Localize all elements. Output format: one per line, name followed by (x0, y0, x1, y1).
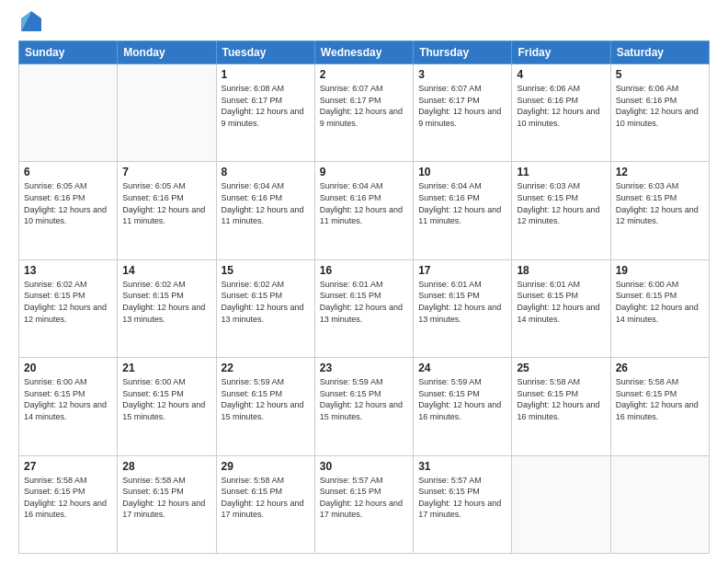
calendar-cell: 4Sunrise: 6:06 AM Sunset: 6:16 PM Daylig… (512, 64, 610, 162)
calendar-cell: 28Sunrise: 5:58 AM Sunset: 6:15 PM Dayli… (118, 455, 216, 553)
calendar-cell: 10Sunrise: 6:04 AM Sunset: 6:16 PM Dayli… (414, 162, 512, 259)
calendar-cell: 23Sunrise: 5:59 AM Sunset: 6:15 PM Dayli… (314, 358, 413, 455)
calendar-cell: 9Sunrise: 6:04 AM Sunset: 6:16 PM Daylig… (314, 162, 413, 259)
day-header-tuesday: Tuesday (216, 41, 314, 64)
day-number: 19 (616, 264, 704, 277)
calendar-cell: 2Sunrise: 6:07 AM Sunset: 6:17 PM Daylig… (314, 64, 413, 162)
day-number: 3 (418, 68, 506, 81)
week-row-4: 27Sunrise: 5:58 AM Sunset: 6:15 PM Dayli… (19, 455, 710, 553)
day-info: Sunrise: 6:04 AM Sunset: 6:16 PM Dayligh… (320, 180, 408, 226)
day-info: Sunrise: 6:06 AM Sunset: 6:16 PM Dayligh… (616, 83, 704, 129)
day-number: 17 (418, 264, 506, 277)
calendar-cell: 21Sunrise: 6:00 AM Sunset: 6:15 PM Dayli… (118, 358, 216, 455)
days-of-week-row: SundayMondayTuesdayWednesdayThursdayFrid… (19, 41, 710, 64)
week-row-0: 1Sunrise: 6:08 AM Sunset: 6:17 PM Daylig… (19, 64, 710, 162)
day-header-saturday: Saturday (610, 41, 709, 64)
day-info: Sunrise: 6:03 AM Sunset: 6:15 PM Dayligh… (517, 180, 605, 226)
calendar-cell: 29Sunrise: 5:58 AM Sunset: 6:15 PM Dayli… (216, 455, 314, 553)
day-number: 9 (320, 166, 408, 178)
day-info: Sunrise: 6:06 AM Sunset: 6:16 PM Dayligh… (517, 83, 605, 129)
day-number: 1 (222, 68, 310, 81)
day-info: Sunrise: 6:02 AM Sunset: 6:15 PM Dayligh… (222, 279, 310, 325)
day-number: 18 (517, 264, 605, 277)
day-info: Sunrise: 6:00 AM Sunset: 6:15 PM Dayligh… (616, 279, 704, 325)
logo (18, 15, 41, 31)
day-number: 8 (222, 166, 310, 178)
day-number: 10 (418, 166, 506, 178)
day-info: Sunrise: 5:57 AM Sunset: 6:15 PM Dayligh… (320, 475, 408, 521)
calendar-cell (512, 455, 610, 553)
calendar-cell: 5Sunrise: 6:06 AM Sunset: 6:16 PM Daylig… (610, 64, 709, 162)
day-info: Sunrise: 5:59 AM Sunset: 6:15 PM Dayligh… (418, 376, 506, 422)
day-info: Sunrise: 6:01 AM Sunset: 6:15 PM Dayligh… (517, 279, 605, 325)
day-info: Sunrise: 6:02 AM Sunset: 6:15 PM Dayligh… (24, 279, 112, 325)
calendar-cell: 19Sunrise: 6:00 AM Sunset: 6:15 PM Dayli… (610, 259, 709, 357)
calendar-cell (610, 455, 709, 553)
day-header-friday: Friday (512, 41, 610, 64)
day-header-wednesday: Wednesday (314, 41, 413, 64)
calendar-cell: 13Sunrise: 6:02 AM Sunset: 6:15 PM Dayli… (19, 259, 118, 357)
day-number: 15 (222, 264, 310, 277)
day-info: Sunrise: 5:58 AM Sunset: 6:15 PM Dayligh… (517, 376, 605, 422)
calendar-cell: 1Sunrise: 6:08 AM Sunset: 6:17 PM Daylig… (216, 64, 314, 162)
calendar-cell: 6Sunrise: 6:05 AM Sunset: 6:16 PM Daylig… (19, 162, 118, 259)
day-number: 23 (320, 362, 408, 374)
day-info: Sunrise: 5:59 AM Sunset: 6:15 PM Dayligh… (222, 376, 310, 422)
calendar-table: SundayMondayTuesdayWednesdayThursdayFrid… (18, 40, 710, 554)
week-row-1: 6Sunrise: 6:05 AM Sunset: 6:16 PM Daylig… (19, 162, 710, 259)
calendar-cell: 20Sunrise: 6:00 AM Sunset: 6:15 PM Dayli… (19, 358, 118, 455)
day-info: Sunrise: 5:57 AM Sunset: 6:15 PM Dayligh… (418, 475, 506, 521)
day-info: Sunrise: 5:58 AM Sunset: 6:15 PM Dayligh… (616, 376, 704, 422)
day-number: 5 (616, 68, 704, 81)
calendar-cell: 17Sunrise: 6:01 AM Sunset: 6:15 PM Dayli… (414, 259, 512, 357)
calendar-cell: 15Sunrise: 6:02 AM Sunset: 6:15 PM Dayli… (216, 259, 314, 357)
calendar-cell (19, 64, 118, 162)
day-info: Sunrise: 6:07 AM Sunset: 6:17 PM Dayligh… (418, 83, 506, 129)
calendar-cell: 18Sunrise: 6:01 AM Sunset: 6:15 PM Dayli… (512, 259, 610, 357)
day-number: 27 (24, 460, 112, 473)
day-info: Sunrise: 6:03 AM Sunset: 6:15 PM Dayligh… (616, 180, 704, 226)
day-number: 7 (122, 166, 210, 178)
calendar-cell (118, 64, 216, 162)
day-number: 30 (320, 460, 408, 473)
calendar-cell: 26Sunrise: 5:58 AM Sunset: 6:15 PM Dayli… (610, 358, 709, 455)
day-number: 2 (320, 68, 408, 81)
day-number: 12 (616, 166, 704, 178)
day-number: 28 (122, 460, 210, 473)
day-number: 20 (24, 362, 112, 374)
day-info: Sunrise: 6:05 AM Sunset: 6:16 PM Dayligh… (24, 180, 112, 226)
day-info: Sunrise: 6:04 AM Sunset: 6:16 PM Dayligh… (418, 180, 506, 226)
day-header-sunday: Sunday (19, 41, 118, 64)
calendar-cell: 3Sunrise: 6:07 AM Sunset: 6:17 PM Daylig… (414, 64, 512, 162)
day-info: Sunrise: 6:05 AM Sunset: 6:16 PM Dayligh… (122, 180, 210, 226)
day-info: Sunrise: 6:01 AM Sunset: 6:15 PM Dayligh… (320, 279, 408, 325)
day-info: Sunrise: 5:58 AM Sunset: 6:15 PM Dayligh… (122, 475, 210, 521)
day-info: Sunrise: 6:04 AM Sunset: 6:16 PM Dayligh… (222, 180, 310, 226)
calendar-cell: 30Sunrise: 5:57 AM Sunset: 6:15 PM Dayli… (314, 455, 413, 553)
calendar-cell: 31Sunrise: 5:57 AM Sunset: 6:15 PM Dayli… (414, 455, 512, 553)
day-info: Sunrise: 6:07 AM Sunset: 6:17 PM Dayligh… (320, 83, 408, 129)
calendar-cell: 16Sunrise: 6:01 AM Sunset: 6:15 PM Dayli… (314, 259, 413, 357)
logo-icon (21, 11, 41, 31)
calendar-cell: 12Sunrise: 6:03 AM Sunset: 6:15 PM Dayli… (610, 162, 709, 259)
day-info: Sunrise: 5:59 AM Sunset: 6:15 PM Dayligh… (320, 376, 408, 422)
day-info: Sunrise: 6:02 AM Sunset: 6:15 PM Dayligh… (122, 279, 210, 325)
calendar-cell: 7Sunrise: 6:05 AM Sunset: 6:16 PM Daylig… (118, 162, 216, 259)
day-number: 29 (222, 460, 310, 473)
calendar-cell: 11Sunrise: 6:03 AM Sunset: 6:15 PM Dayli… (512, 162, 610, 259)
day-number: 13 (24, 264, 112, 277)
calendar-cell: 25Sunrise: 5:58 AM Sunset: 6:15 PM Dayli… (512, 358, 610, 455)
day-header-thursday: Thursday (414, 41, 512, 64)
week-row-3: 20Sunrise: 6:00 AM Sunset: 6:15 PM Dayli… (19, 358, 710, 455)
day-number: 26 (616, 362, 704, 374)
day-number: 4 (517, 68, 605, 81)
day-info: Sunrise: 5:58 AM Sunset: 6:15 PM Dayligh… (222, 475, 310, 521)
day-number: 14 (122, 264, 210, 277)
calendar-cell: 27Sunrise: 5:58 AM Sunset: 6:15 PM Dayli… (19, 455, 118, 553)
calendar-cell: 8Sunrise: 6:04 AM Sunset: 6:16 PM Daylig… (216, 162, 314, 259)
day-header-monday: Monday (118, 41, 216, 64)
calendar-cell: 24Sunrise: 5:59 AM Sunset: 6:15 PM Dayli… (414, 358, 512, 455)
day-number: 25 (517, 362, 605, 374)
day-number: 6 (24, 166, 112, 178)
calendar-cell: 14Sunrise: 6:02 AM Sunset: 6:15 PM Dayli… (118, 259, 216, 357)
